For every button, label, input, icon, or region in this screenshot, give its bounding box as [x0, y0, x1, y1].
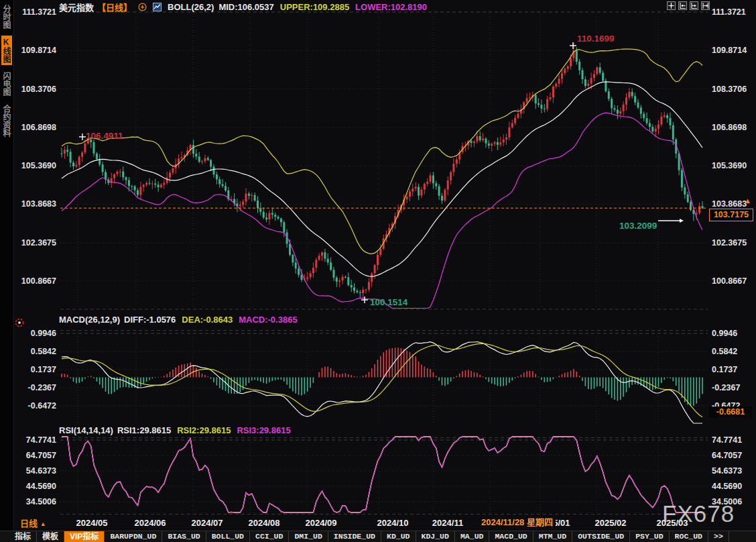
svg-text:103.8683: 103.8683	[712, 199, 747, 209]
svg-text:2024/07: 2024/07	[192, 518, 223, 528]
period-label: 日线	[20, 519, 38, 529]
crosshair-icon[interactable]	[667, 1, 676, 10]
period-arrow-icon: ▲	[40, 521, 46, 527]
boll-mid-value: MID:106.0537	[218, 2, 273, 12]
macd-indicator-icon[interactable]	[15, 318, 24, 327]
pan-right-icon[interactable]	[701, 1, 710, 10]
toolbar-item-12[interactable]: MACD_UD	[489, 531, 533, 542]
scale-left-icon[interactable]	[678, 1, 687, 10]
period-selector[interactable]: 日线 ▲	[20, 517, 46, 529]
price-up-arrow-icon: ▲	[744, 197, 751, 205]
chart-tool-buttons	[667, 1, 710, 10]
rsi3-value: RSI3:29.8615	[237, 425, 290, 435]
toolbar-item-6[interactable]: CCI_UD	[250, 531, 289, 542]
bottom-toolbar: 指标模板VIP指标BARUPDN_UDBIAS_UDBOLL_UDCCI_UDD…	[0, 531, 756, 542]
svg-text:2024/05: 2024/05	[76, 518, 108, 528]
svg-text:102.3675: 102.3675	[21, 238, 56, 248]
svg-text:34.5006: 34.5006	[26, 497, 56, 506]
toolbar-item-2[interactable]: VIP指标	[64, 531, 105, 542]
svg-text:0.5842: 0.5842	[31, 347, 56, 356]
boll-lower-value: LOWER:102.8190	[355, 2, 427, 12]
svg-text:2024/09: 2024/09	[306, 518, 337, 528]
last-price-badge: 103.7175	[709, 209, 753, 221]
svg-text:54.6373: 54.6373	[26, 466, 56, 476]
toolbar-item-8[interactable]: INSIDE_UD	[328, 531, 381, 542]
toolbar-item-13[interactable]: MTM_UD	[533, 531, 572, 542]
toolbar-item-17[interactable]: >>	[708, 531, 729, 542]
macd-name: MACD(26,12,9)	[59, 315, 120, 325]
sidebar-tab-lightning[interactable]: 闪电图	[1, 70, 12, 98]
left-sidebar: 分时图 K线图 闪电图 合约资料	[0, 0, 14, 531]
period-tag[interactable]: 【日线】	[97, 1, 132, 13]
svg-text:102.3675: 102.3675	[712, 238, 747, 248]
toolbar-item-11[interactable]: MA_UD	[455, 531, 490, 542]
toolbar-item-5[interactable]: BOLL_UD	[206, 531, 250, 542]
toolbar-item-16[interactable]: ROC_UD	[670, 531, 708, 542]
macd-diff-value: DIFF:-1.0576	[124, 315, 176, 325]
svg-text:106.4911: 106.4911	[86, 131, 123, 141]
indicator-chart-icon[interactable]	[153, 3, 162, 11]
svg-text:-0.2367: -0.2367	[28, 383, 56, 392]
svg-text:64.7057: 64.7057	[26, 451, 56, 460]
boll-indicator-label: BOLL(26,2)	[168, 2, 214, 12]
svg-text:-0.6472: -0.6472	[28, 401, 56, 411]
svg-text:0.1737: 0.1737	[31, 365, 56, 374]
svg-text:74.7741: 74.7741	[712, 435, 742, 445]
svg-text:109.8714: 109.8714	[712, 46, 747, 55]
svg-text:111.3721: 111.3721	[22, 7, 56, 17]
toolbar-item-0[interactable]: 指标	[9, 531, 37, 542]
svg-text:103.8683: 103.8683	[21, 199, 56, 209]
svg-text:103.2099: 103.2099	[619, 221, 657, 231]
svg-text:110.1699: 110.1699	[577, 34, 615, 44]
svg-text:0.5842: 0.5842	[712, 347, 737, 356]
sidebar-tab-contract-info[interactable]: 合约资料	[1, 103, 12, 139]
svg-text:0.9946: 0.9946	[712, 329, 737, 338]
macd-macd-value: MACD:-0.3865	[239, 315, 297, 325]
toolbar-item-9[interactable]: KD_UD	[381, 531, 416, 542]
svg-text:100.8667: 100.8667	[712, 276, 747, 286]
svg-text:2024/08: 2024/08	[249, 518, 280, 528]
svg-text:111.3721: 111.3721	[712, 7, 746, 17]
svg-text:0.9946: 0.9946	[31, 329, 56, 338]
crosshair-date-tooltip: 2024/11/28 星期四	[479, 516, 556, 529]
svg-text:0.1737: 0.1737	[712, 365, 737, 374]
symbol-title: 美元指数	[59, 1, 94, 13]
scale-right-icon[interactable]	[690, 1, 698, 10]
svg-text:2024/10: 2024/10	[377, 518, 409, 528]
toolbar-item-7[interactable]: DMI_UD	[289, 531, 328, 542]
toolbar-item-10[interactable]: KDJ_UD	[416, 531, 455, 542]
svg-text:2024/11: 2024/11	[432, 518, 463, 528]
svg-text:108.3706: 108.3706	[21, 85, 56, 94]
toolbar-item-3[interactable]: BARUPDN_UD	[105, 531, 162, 542]
chart-canvas[interactable]: 111.3721111.3721109.8714109.8714108.3706…	[0, 0, 756, 542]
svg-text:105.3690: 105.3690	[21, 161, 56, 170]
svg-text:109.8714: 109.8714	[21, 46, 56, 55]
sidebar-tab-timeshare[interactable]: 分时图	[1, 3, 12, 31]
svg-text:2024/06: 2024/06	[135, 518, 166, 528]
watermark: FX678	[662, 500, 735, 527]
toolbar-item-14[interactable]: OUTSIDE_UD	[572, 531, 630, 542]
svg-text:106.8698: 106.8698	[21, 123, 56, 132]
rsi1-value: RSI1:29.8615	[117, 425, 171, 435]
rsi-name: RSI(14,14,14)	[59, 425, 113, 435]
add-indicator-icon[interactable]	[138, 3, 147, 11]
macd-header: MACD(26,12,9) DIFF:-1.0576 DEA:-0.8643 M…	[59, 315, 298, 325]
app-window: 111.3721111.3721109.8714109.8714108.3706…	[0, 0, 756, 542]
toolbar-item-15[interactable]: PSY_UD	[630, 531, 669, 542]
svg-text:106.8698: 106.8698	[712, 123, 747, 132]
svg-text:44.5690: 44.5690	[712, 482, 742, 491]
svg-text:2025/02: 2025/02	[595, 518, 627, 528]
sidebar-tab-kline[interactable]: K线图	[1, 36, 12, 65]
toolbar-item-1[interactable]: 模板	[37, 531, 64, 542]
macd-dea-value: DEA:-0.8643	[182, 315, 233, 325]
svg-text:100.1514: 100.1514	[370, 297, 408, 307]
toolbar-item-4[interactable]: BIAS_UD	[162, 531, 206, 542]
svg-text:105.3690: 105.3690	[712, 161, 747, 170]
boll-upper-value: UPPER:109.2885	[280, 2, 349, 12]
macd-axis-badge: -0.6681	[709, 406, 752, 418]
svg-text:54.6373: 54.6373	[712, 466, 742, 476]
svg-text:64.7057: 64.7057	[712, 451, 742, 460]
svg-text:44.5690: 44.5690	[26, 482, 56, 491]
svg-text:100.8667: 100.8667	[21, 276, 56, 286]
rsi2-value: RSI2:29.8615	[177, 425, 231, 435]
